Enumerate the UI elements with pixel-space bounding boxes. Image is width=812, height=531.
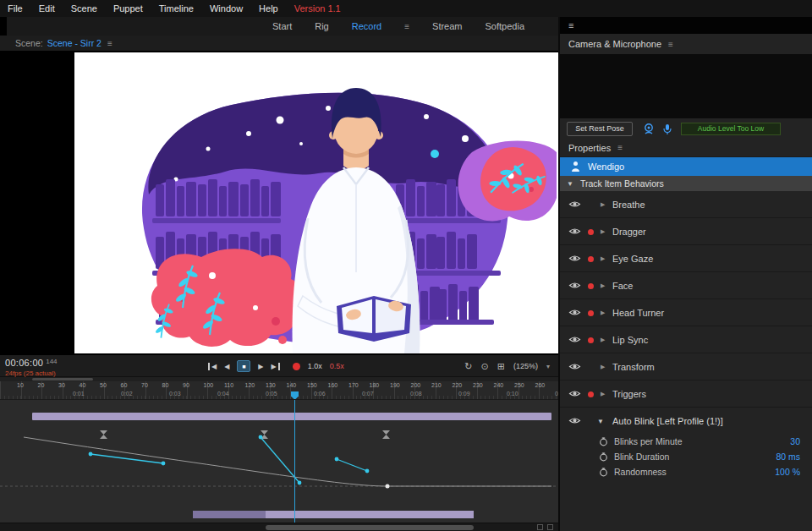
eye-visibility-icon[interactable] xyxy=(568,335,581,344)
param-value[interactable]: 100 % xyxy=(775,467,800,477)
selected-puppet-row[interactable]: Wendigo xyxy=(560,157,812,176)
scene-viewport xyxy=(0,51,558,355)
behavior-row[interactable]: ▶ Breathe xyxy=(560,191,812,218)
chevron-right-icon[interactable]: ▶ xyxy=(601,255,605,262)
chevron-down-icon[interactable]: ▼ xyxy=(567,180,573,188)
auto-blink-params: Blinks per Minute 30 Blink Duration 80 m… xyxy=(560,435,812,480)
eye-visibility-icon[interactable] xyxy=(568,227,581,236)
speed-normal-button[interactable]: 1.0x xyxy=(308,362,322,370)
stop-button[interactable]: ■ xyxy=(237,360,250,372)
behavior-row[interactable]: ▶ Eye Gaze xyxy=(560,245,812,272)
param-value[interactable]: 80 ms xyxy=(776,452,800,462)
audio-level-meter: Audio Level Too Low xyxy=(681,123,781,135)
stopwatch-icon[interactable] xyxy=(599,437,608,446)
pose-markers xyxy=(100,430,390,439)
menu-item-edit[interactable]: Edit xyxy=(39,3,55,14)
camera-controls-row: Set Rest Pose Audio Level Too Low xyxy=(560,118,812,139)
record-dot[interactable] xyxy=(588,391,594,397)
menu-item-help[interactable]: Help xyxy=(259,3,278,14)
stopwatch-icon[interactable] xyxy=(599,452,608,462)
panel-menu-icon[interactable]: ≡ xyxy=(568,20,573,30)
tab-stream[interactable]: Stream xyxy=(432,21,462,31)
chevron-down-icon[interactable]: ▼ xyxy=(597,418,604,425)
set-rest-pose-button[interactable]: Set Rest Pose xyxy=(567,122,633,136)
playhead-marker[interactable] xyxy=(291,391,299,400)
behavior-row[interactable]: ▶ Triggers xyxy=(560,380,812,408)
eye-visibility-icon[interactable] xyxy=(568,308,581,317)
eye-visibility-icon[interactable] xyxy=(568,362,581,371)
h-scroll-thumb[interactable] xyxy=(266,525,474,530)
record-dot[interactable] xyxy=(588,310,594,316)
chevron-right-icon[interactable]: ▶ xyxy=(601,228,605,235)
chevron-right-icon[interactable]: ▶ xyxy=(601,201,605,208)
behavior-row[interactable]: ▶ Lip Sync xyxy=(560,326,812,353)
record-dot[interactable] xyxy=(588,229,594,235)
menu-item-window[interactable]: Window xyxy=(210,3,243,14)
param-value[interactable]: 30 xyxy=(790,436,800,446)
record-dot[interactable] xyxy=(588,337,594,343)
record-dot[interactable] xyxy=(588,256,594,262)
play-button[interactable]: ▶ xyxy=(258,363,263,370)
chevron-right-icon[interactable]: ▶ xyxy=(601,391,605,397)
scene-canvas[interactable] xyxy=(74,52,558,353)
webcam-icon[interactable] xyxy=(643,123,656,134)
behavior-row[interactable]: ▶ Transform xyxy=(560,353,812,380)
menu-item-file[interactable]: File xyxy=(8,3,23,14)
workspace-tab-bar: Start Rig Record ≡ Stream Softpedia xyxy=(0,17,558,36)
go-to-start-button[interactable]: ◀ xyxy=(208,363,217,370)
eye-visibility-icon[interactable] xyxy=(568,281,581,290)
grid-icon[interactable]: ⊞ xyxy=(497,361,505,372)
timeline-h-scrollbar[interactable] xyxy=(0,523,558,531)
stopwatch-icon[interactable] xyxy=(599,468,608,477)
auto-blink-row[interactable]: ▼ Auto Blink [Left Profile (1!)] xyxy=(560,408,812,435)
behaviors-section-header[interactable]: ▼ Track Item Behaviors xyxy=(560,176,812,191)
speed-slow-button[interactable]: 0.5x xyxy=(330,362,344,370)
playhead-line[interactable] xyxy=(294,400,295,523)
timeline-ruler[interactable]: 1020304050607080901001101201301401501601… xyxy=(0,381,558,400)
microphone-icon[interactable] xyxy=(662,123,672,134)
eye-visibility-icon[interactable] xyxy=(568,389,581,398)
snapshot-icon[interactable]: ⊙ xyxy=(481,361,489,372)
menu-item-puppet[interactable]: Puppet xyxy=(113,3,143,14)
panel-menu-icon[interactable]: ≡ xyxy=(404,22,409,31)
eye-visibility-icon[interactable] xyxy=(568,416,581,425)
tab-softpedia[interactable]: Softpedia xyxy=(486,21,524,31)
chevron-right-icon[interactable]: ▶ xyxy=(601,337,605,343)
chevron-right-icon[interactable]: ▶ xyxy=(601,282,605,289)
tab-record[interactable]: Record xyxy=(352,21,381,31)
panel-menu-icon[interactable]: ≡ xyxy=(668,40,673,49)
chevron-right-icon[interactable]: ▶ xyxy=(601,364,605,370)
zoom-level[interactable]: (125%) xyxy=(513,362,538,370)
mini-scroll-thumb[interactable] xyxy=(32,378,93,380)
next-frame-button[interactable]: ▶ xyxy=(271,363,279,370)
behavior-row[interactable]: ▶ Dragger xyxy=(560,218,812,245)
menu-item-scene[interactable]: Scene xyxy=(71,3,97,14)
record-dot[interactable] xyxy=(588,283,594,289)
transport-bar: 00:06:00144 24fps (25 actual) ◀ ◀ ■ ▶ ▶ … xyxy=(0,355,558,377)
timeline-tracks xyxy=(0,400,558,523)
loop-icon[interactable]: ↻ xyxy=(464,361,472,372)
behavior-label: Dragger xyxy=(612,227,646,237)
panel-menu-icon[interactable]: ≡ xyxy=(617,143,623,152)
param-row: Randomness 100 % xyxy=(560,465,812,480)
behavior-row[interactable]: ▶ Face xyxy=(560,272,812,299)
properties-panel: ≡ Camera & Microphone ≡ Set Rest Pose Au… xyxy=(558,17,812,531)
panel-top-bar: ≡ xyxy=(560,17,812,34)
eye-visibility-icon[interactable] xyxy=(568,254,581,263)
behavior-row[interactable]: ▶ Head Turner xyxy=(560,299,812,326)
eye-visibility-icon[interactable] xyxy=(568,200,581,209)
panel-menu-icon[interactable]: ≡ xyxy=(107,39,112,48)
tab-rig[interactable]: Rig xyxy=(315,21,329,31)
auto-blink-label: Auto Blink [Left Profile (1!)] xyxy=(612,416,723,426)
dropdown-icon[interactable]: ▾ xyxy=(546,363,550,370)
timeline-zoom-in-icon[interactable] xyxy=(547,524,553,530)
record-button[interactable] xyxy=(293,363,300,370)
previous-frame-button[interactable]: ◀ xyxy=(224,363,229,370)
scene-name-link[interactable]: Scene - Sirr 2 xyxy=(47,38,102,48)
menu-item-timeline[interactable]: Timeline xyxy=(159,3,194,14)
chevron-right-icon[interactable]: ▶ xyxy=(601,309,605,316)
tab-start[interactable]: Start xyxy=(272,21,292,31)
timeline-zoom-out-icon[interactable] xyxy=(537,524,543,530)
keyframe-curves[interactable] xyxy=(0,400,558,523)
timeline-panel: 00:06:00144 24fps (25 actual) ◀ ◀ ■ ▶ ▶ … xyxy=(0,355,558,531)
